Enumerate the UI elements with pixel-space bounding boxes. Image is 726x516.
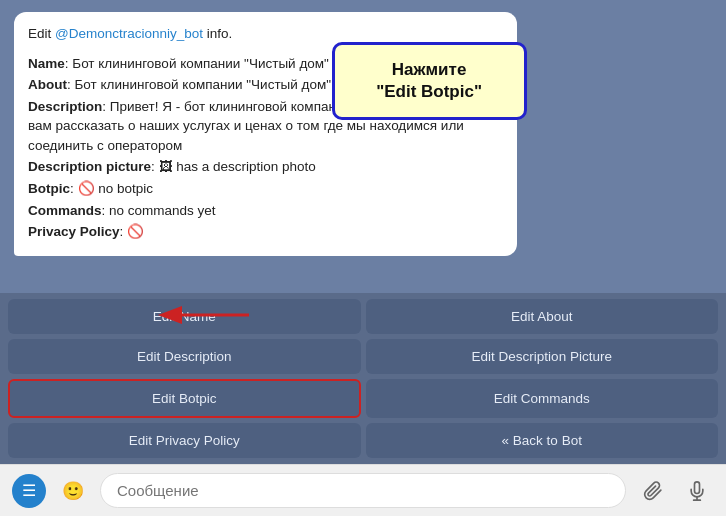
message-bubble: Edit @Demonctracionniy_bot info. Name: Б… bbox=[14, 12, 517, 256]
edit-about-button[interactable]: Edit About bbox=[366, 299, 719, 334]
edit-privacy-policy-button[interactable]: Edit Privacy Policy bbox=[8, 423, 361, 458]
header-text: Edit bbox=[28, 26, 55, 41]
bot-link[interactable]: @Demonctracionniy_bot bbox=[55, 26, 203, 41]
buttons-panel: Edit Name Edit About Edit Description Ed… bbox=[0, 293, 726, 464]
header-suffix: info. bbox=[203, 26, 232, 41]
buttons-panel-wrapper: Edit Name Edit About Edit Description Ed… bbox=[0, 293, 726, 464]
chat-area: Edit @Demonctracionniy_bot info. Name: Б… bbox=[0, 0, 726, 293]
attach-button[interactable] bbox=[636, 474, 670, 508]
input-bar: ☰ 🙂 bbox=[0, 464, 726, 516]
tooltip-box: Нажмите"Edit Botpic" bbox=[332, 42, 527, 120]
edit-name-button[interactable]: Edit Name bbox=[8, 299, 361, 334]
mic-button[interactable] bbox=[680, 474, 714, 508]
edit-description-picture-button[interactable]: Edit Description Picture bbox=[366, 339, 719, 374]
emoji-button[interactable]: 🙂 bbox=[56, 474, 90, 508]
menu-button[interactable]: ☰ bbox=[12, 474, 46, 508]
edit-description-button[interactable]: Edit Description bbox=[8, 339, 361, 374]
edit-commands-button[interactable]: Edit Commands bbox=[366, 379, 719, 418]
back-to-bot-button[interactable]: « Back to Bot bbox=[366, 423, 719, 458]
message-input[interactable] bbox=[100, 473, 626, 508]
edit-botpic-button[interactable]: Edit Botpic bbox=[8, 379, 361, 418]
